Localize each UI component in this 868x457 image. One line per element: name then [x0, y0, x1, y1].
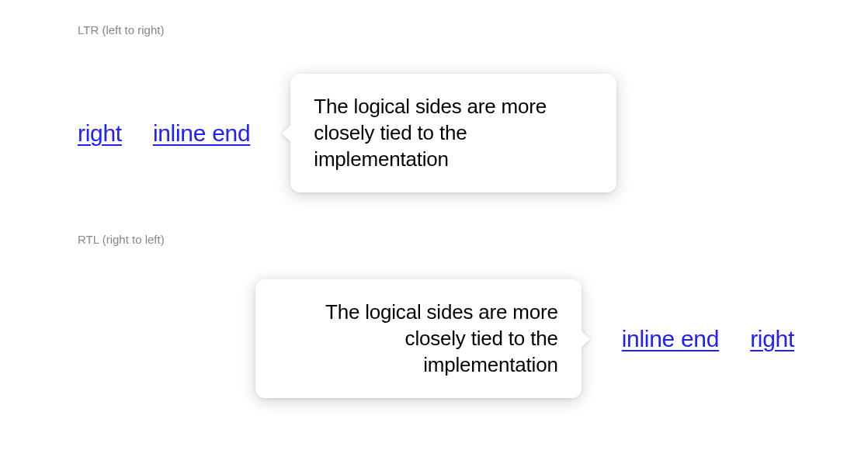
- link-inline-end[interactable]: inline end: [622, 326, 719, 352]
- tooltip-arrow-icon: [581, 331, 590, 348]
- tooltip-arrow-icon: [282, 125, 291, 142]
- tooltip-text: The logical sides are more closely tied …: [290, 74, 616, 192]
- tooltip-container-rtl: The logical sides are more closely tied …: [255, 279, 582, 398]
- section-label-ltr: LTR (left to right): [78, 23, 164, 36]
- link-inline-end[interactable]: inline end: [153, 120, 250, 147]
- section-label-rtl: RTL (right to left): [78, 233, 165, 246]
- link-right[interactable]: right: [78, 120, 122, 147]
- tooltip-text: The logical sides are more closely tied …: [255, 279, 582, 398]
- tooltip-container-ltr: The logical sides are more closely tied …: [290, 74, 616, 192]
- link-right[interactable]: right: [750, 326, 794, 352]
- example-row-ltr: right inline end The logical sides are m…: [78, 74, 616, 192]
- example-row-rtl: right inline end The logical sides are m…: [255, 279, 794, 398]
